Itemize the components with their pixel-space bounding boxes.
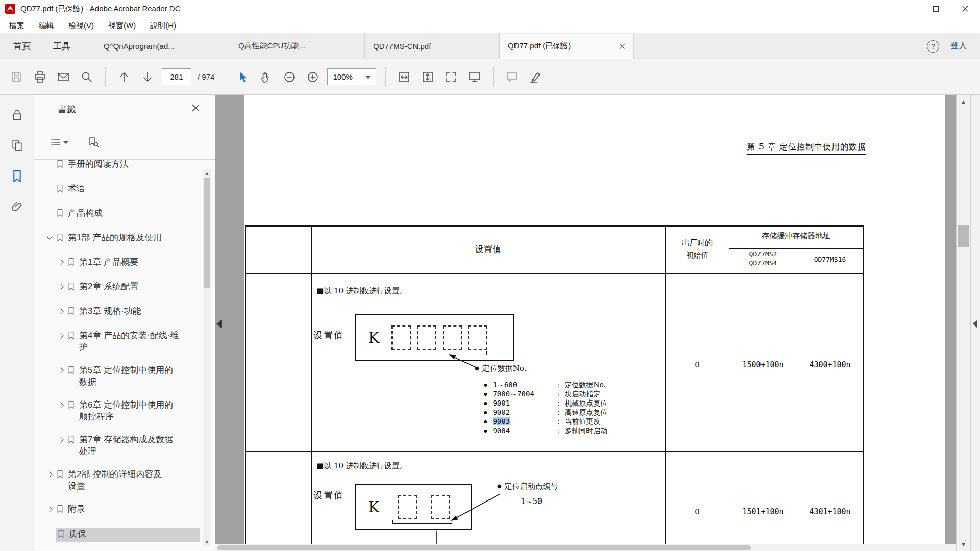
scrollbar-thumb[interactable] bbox=[204, 178, 210, 288]
menu-edit[interactable]: 編輯 bbox=[32, 17, 61, 33]
page-number-input[interactable] bbox=[162, 68, 191, 85]
sign-in-button[interactable]: 登入 bbox=[950, 41, 967, 52]
presentation-button[interactable] bbox=[465, 68, 484, 86]
document-view-area[interactable]: 第 5 章 定位控制中使用的数据 设置值 出厂时的 初 bbox=[215, 95, 956, 551]
table-border bbox=[245, 225, 246, 551]
menu-file[interactable]: 檔案 bbox=[2, 17, 32, 33]
zoom-out-button[interactable] bbox=[280, 68, 299, 86]
menu-window[interactable]: 視窗(W) bbox=[101, 17, 143, 33]
bookmark-item[interactable]: 第4章 产品的安装·配线·维护 bbox=[34, 324, 202, 359]
tab-tools[interactable]: 工具 bbox=[51, 40, 72, 52]
previous-page-button[interactable] bbox=[115, 68, 133, 86]
hand-tool-button[interactable] bbox=[257, 68, 275, 86]
minimize-button[interactable] bbox=[891, 0, 921, 17]
fit-one-page-button[interactable] bbox=[419, 68, 437, 86]
digit-box bbox=[431, 495, 450, 519]
bookmark-item[interactable]: 附录 bbox=[34, 497, 202, 522]
chevron-right-icon[interactable] bbox=[58, 308, 64, 315]
bookmark-item[interactable]: 第1部 产品的规格及使用 bbox=[34, 226, 202, 251]
chevron-right-icon[interactable] bbox=[46, 506, 53, 513]
chevron-right-icon[interactable] bbox=[46, 471, 53, 478]
menu-view[interactable]: 檢視(V) bbox=[61, 17, 101, 33]
fullscreen-button[interactable] bbox=[442, 68, 460, 86]
save-button[interactable] bbox=[7, 68, 26, 86]
bookmark-page-icon bbox=[57, 530, 66, 541]
toolbar-separator bbox=[224, 67, 224, 87]
row2-pointer-label: 定位启动点编号 bbox=[497, 482, 558, 491]
row1-setting-label: 设置值 bbox=[313, 329, 344, 341]
comment-button[interactable] bbox=[503, 68, 521, 86]
scrollbar-thumb[interactable] bbox=[958, 225, 969, 247]
bookmark-item[interactable]: 手册的阅读方法 bbox=[34, 160, 202, 177]
bookmark-item[interactable]: 第6章 定位控制中使用的顺控程序 bbox=[34, 393, 202, 428]
option-value: 1～600 bbox=[493, 381, 553, 390]
scroll-down-button[interactable]: ▼ bbox=[957, 538, 970, 551]
document-tab-1[interactable]: Q^QnAprogram(ad... bbox=[95, 34, 230, 59]
fit-width-icon bbox=[398, 70, 411, 84]
security-settings-button[interactable] bbox=[8, 106, 26, 123]
search-button[interactable] bbox=[78, 68, 96, 86]
bookmark-item[interactable]: 第1章 产品概要 bbox=[34, 251, 202, 275]
bookmark-item[interactable]: 第3章 规格·功能 bbox=[34, 299, 202, 324]
setting-option: 9004 ： 多轴同时启动 bbox=[484, 427, 607, 436]
bookmark-item[interactable]: 术语 bbox=[34, 177, 202, 202]
chevron-right-icon[interactable] bbox=[58, 437, 64, 443]
scrollbar-thumb[interactable] bbox=[217, 545, 751, 550]
tab-close-icon[interactable] bbox=[619, 43, 625, 49]
chevron-right-icon[interactable] bbox=[58, 284, 64, 290]
horizontal-scrollbar[interactable] bbox=[215, 544, 956, 551]
highlight-button[interactable] bbox=[526, 68, 545, 86]
bookmarks-close-button[interactable] bbox=[192, 104, 200, 114]
expand-tools-panel-button[interactable] bbox=[973, 320, 977, 328]
bookmark-item[interactable]: 产品构成 bbox=[34, 202, 202, 226]
collapse-bookmarks-panel-button[interactable] bbox=[216, 319, 222, 329]
search-highlight: 9003 bbox=[493, 417, 510, 425]
email-button[interactable] bbox=[54, 68, 72, 86]
bookmark-item[interactable]: 第5章 定位控制中使用的数据 bbox=[34, 359, 202, 393]
maximize-button[interactable] bbox=[921, 0, 950, 17]
bookmarks-options-button[interactable] bbox=[48, 134, 69, 151]
bookmark-page-icon bbox=[56, 470, 65, 482]
chevron-right-icon[interactable] bbox=[58, 402, 64, 409]
close-button[interactable] bbox=[950, 0, 980, 17]
zoom-level-dropdown[interactable]: 100% bbox=[327, 68, 376, 85]
bookmark-item-selected[interactable]: 质保 bbox=[34, 522, 202, 547]
select-tool-button[interactable] bbox=[233, 68, 252, 86]
table-border bbox=[863, 225, 864, 551]
chevron-spacer bbox=[46, 186, 53, 192]
scroll-up-button[interactable]: ▲ bbox=[203, 169, 211, 178]
expand-current-bookmark-button[interactable] bbox=[83, 134, 104, 151]
next-page-button[interactable] bbox=[138, 68, 157, 86]
vertical-scrollbar[interactable]: ▲ ▼ bbox=[956, 95, 970, 551]
digit-box bbox=[443, 325, 462, 350]
maximize-icon bbox=[933, 6, 939, 12]
attachments-button[interactable] bbox=[8, 198, 26, 215]
tabbar-right: ? 登入 bbox=[927, 34, 980, 59]
chevron-right-icon[interactable] bbox=[58, 367, 64, 374]
bookmark-item[interactable]: 第2章 系统配置 bbox=[34, 275, 202, 299]
chevron-right-icon[interactable] bbox=[58, 333, 64, 339]
tab-home[interactable]: 首頁 bbox=[11, 40, 33, 52]
help-icon[interactable]: ? bbox=[927, 40, 939, 53]
bookmarks-panel-button[interactable] bbox=[8, 167, 26, 185]
bookmark-item[interactable]: 第2部 控制的详细内容及设置 bbox=[34, 463, 202, 497]
paperclip-icon bbox=[10, 200, 24, 214]
fullscreen-icon bbox=[445, 70, 458, 84]
chevron-down-icon[interactable] bbox=[46, 235, 53, 241]
selected-highlight: 质保 bbox=[56, 528, 200, 542]
fit-width-scrolling-button[interactable] bbox=[395, 68, 413, 86]
zoom-in-button[interactable] bbox=[304, 68, 322, 86]
chevron-right-icon[interactable] bbox=[58, 259, 64, 266]
bookmark-item[interactable]: 第7章 存储器构成及数据处理 bbox=[34, 428, 202, 463]
document-tab-2[interactable]: Q高性能CPU功能... bbox=[230, 34, 364, 59]
titlebar: QD77.pdf (已保護) - Adobe Acrobat Reader DC bbox=[0, 0, 980, 17]
bookmarks-scrollbar[interactable]: ▲ ▼ bbox=[203, 169, 211, 546]
menu-help[interactable]: 說明(H) bbox=[143, 17, 183, 33]
page-thumbnails-button[interactable] bbox=[8, 137, 26, 154]
scroll-up-button[interactable]: ▲ bbox=[957, 95, 970, 108]
scroll-down-button[interactable]: ▼ bbox=[203, 538, 211, 546]
document-tab-active[interactable]: QD77.pdf (已保護) bbox=[499, 34, 634, 59]
highlighter-icon bbox=[529, 70, 542, 84]
print-button[interactable] bbox=[31, 68, 49, 86]
document-tab-3[interactable]: QD77MS-CN.pdf bbox=[364, 34, 499, 59]
